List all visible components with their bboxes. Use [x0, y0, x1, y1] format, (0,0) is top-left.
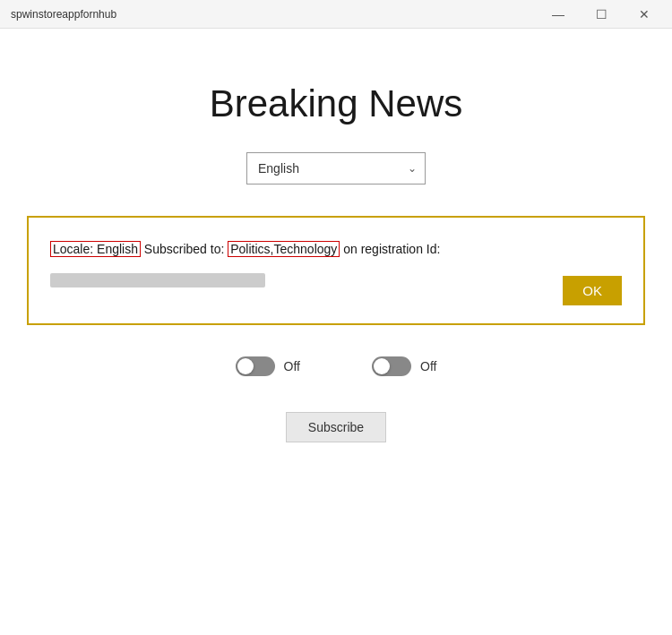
toggle-knob-1 — [237, 358, 254, 374]
toggle-group-1: Off — [236, 356, 300, 376]
registration-label: on registration Id: — [343, 242, 440, 256]
language-select[interactable]: English Spanish French German Japanese — [246, 152, 426, 184]
toggle-switch-2[interactable] — [372, 356, 411, 376]
window-title: spwinstoreappfornhub — [11, 8, 116, 21]
toggle-group-2: Off — [372, 356, 436, 376]
ok-button[interactable]: OK — [563, 276, 622, 305]
window-chrome: spwinstoreappfornhub — ☐ ✕ — [0, 0, 672, 29]
toggle-switch-1[interactable] — [236, 356, 275, 376]
main-content: Breaking News English Spanish French Ger… — [0, 29, 672, 478]
registration-id-redacted — [50, 273, 265, 287]
language-dropdown-container: English Spanish French German Japanese ⌄ — [246, 152, 426, 184]
window-controls: — ☐ ✕ — [538, 0, 665, 29]
toggle-label-2: Off — [420, 359, 436, 373]
maximize-button[interactable]: ☐ — [581, 0, 622, 29]
toggle-knob-2 — [374, 358, 390, 374]
dialog-box: Locale: English Subscribed to: Politics,… — [27, 216, 645, 325]
subscribed-to-intro: Subscribed to: — [144, 242, 228, 256]
close-button[interactable]: ✕ — [624, 0, 665, 29]
toggles-row: Off Off — [236, 356, 437, 376]
minimize-button[interactable]: — — [538, 0, 579, 29]
page-title: Breaking News — [210, 82, 462, 125]
toggle-label-1: Off — [284, 359, 300, 373]
subscribed-to-value: Politics,Technology — [228, 241, 340, 257]
locale-label: Locale: English — [50, 241, 141, 257]
subscribe-button[interactable]: Subscribe — [286, 412, 386, 442]
dialog-text: Locale: English Subscribed to: Politics,… — [50, 239, 622, 259]
